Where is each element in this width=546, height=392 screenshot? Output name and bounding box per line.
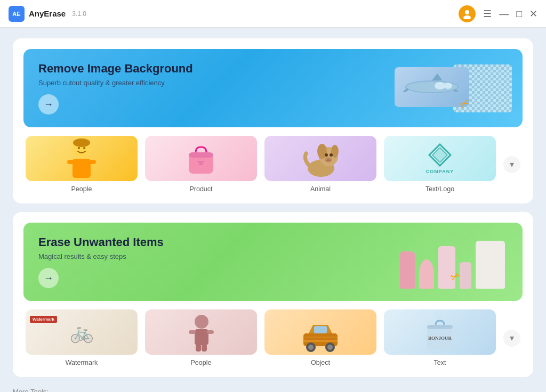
svg-rect-38: [196, 344, 201, 352]
animal-label: Animal: [310, 185, 331, 193]
svg-point-22: [317, 144, 327, 159]
erase-arrow-button[interactable]: →: [38, 268, 59, 288]
svg-rect-36: [189, 330, 196, 334]
erase-banner: Erase Unwanted Items Magical results & e…: [23, 223, 523, 301]
remove-bg-arrow-button[interactable]: →: [38, 94, 59, 115]
category-item-erase-people[interactable]: People: [145, 309, 257, 366]
svg-point-19: [199, 161, 203, 165]
window-controls: ☰ — □ ✕: [459, 5, 537, 22]
menu-button[interactable]: ☰: [483, 9, 492, 19]
svg-point-0: [465, 10, 469, 14]
watermark-overlay-label: Watermark: [30, 316, 57, 323]
category-item-object[interactable]: Object: [264, 309, 376, 366]
app-name: AnyErase: [29, 9, 66, 18]
svg-point-14: [83, 147, 85, 149]
watermark-label: Watermark: [66, 359, 98, 366]
textlogo-label: Text/Logo: [425, 185, 454, 193]
app-version: 3.1.0: [72, 10, 86, 18]
people-thumbnail: [26, 136, 138, 181]
svg-rect-39: [202, 344, 207, 352]
minimize-button[interactable]: —: [499, 9, 509, 19]
svg-text:BONJOUR: BONJOUR: [428, 336, 452, 341]
textlogo-thumbnail: COMPANY: [384, 136, 496, 181]
svg-point-8: [444, 83, 452, 89]
remove-bg-banner-image: ✂: [395, 62, 512, 115]
erase-expand-button[interactable]: ▾: [503, 330, 520, 347]
app-logo: AE AnyErase 3.1.0: [9, 6, 86, 22]
svg-point-27: [326, 159, 331, 161]
svg-rect-49: [427, 325, 453, 329]
logo-icon: AE: [9, 6, 25, 22]
category-item-product[interactable]: Product: [145, 136, 257, 193]
svg-rect-46: [303, 340, 338, 342]
svg-rect-10: [73, 159, 91, 178]
user-avatar[interactable]: [459, 5, 476, 22]
erase-people-thumbnail: [145, 309, 257, 355]
titlebar: AE AnyErase 3.1.0 ☰ — □ ✕: [0, 0, 546, 28]
object-label: Object: [311, 359, 330, 366]
close-button[interactable]: ✕: [529, 9, 537, 19]
erase-people-label: People: [191, 359, 212, 366]
object-thumbnail: [264, 309, 376, 355]
category-item-watermark[interactable]: 🚲 Watermark Watermark: [26, 309, 138, 366]
svg-rect-47: [303, 337, 338, 338]
svg-point-1: [463, 15, 471, 19]
remove-bg-categories: People Product: [23, 136, 523, 193]
erase-text-label: Text: [434, 359, 446, 366]
svg-point-43: [308, 345, 314, 350]
erase-card: Erase Unwanted Items Magical results & e…: [13, 212, 533, 377]
main-content: Remove Image Background Superb cutout qu…: [0, 28, 546, 392]
svg-rect-51: [427, 326, 453, 326]
remove-bg-expand-button[interactable]: ▾: [503, 156, 520, 173]
people-label: People: [71, 185, 92, 193]
more-tools-label: More Tools:: [13, 388, 533, 392]
svg-rect-37: [207, 330, 214, 334]
erase-text-thumbnail: BONJOUR: [384, 309, 496, 355]
svg-marker-4: [432, 74, 443, 80]
animal-thumbnail: [264, 136, 376, 181]
category-item-textlogo[interactable]: COMPANY Text/Logo: [384, 136, 496, 193]
svg-rect-35: [195, 329, 208, 345]
product-label: Product: [189, 185, 212, 193]
category-item-animal[interactable]: Animal: [264, 136, 376, 193]
watermark-thumbnail: 🚲 Watermark: [26, 309, 138, 355]
erase-banner-image: ✂: [395, 235, 512, 289]
svg-point-15: [73, 138, 90, 147]
svg-rect-11: [67, 160, 75, 164]
svg-point-24: [325, 153, 328, 157]
product-thumbnail: [145, 136, 257, 181]
maximize-button[interactable]: □: [516, 9, 522, 19]
remove-bg-banner: Remove Image Background Superb cutout qu…: [23, 49, 523, 127]
more-tools-section: More Tools: AE Add Watermark to Image/Vi…: [13, 388, 533, 392]
category-item-erase-text[interactable]: BONJOUR Text: [384, 309, 496, 366]
svg-point-45: [327, 345, 333, 350]
svg-rect-41: [314, 326, 327, 333]
remove-bg-card: Remove Image Background Superb cutout qu…: [13, 38, 533, 203]
svg-point-34: [195, 315, 208, 329]
company-logo-display: COMPANY: [426, 143, 454, 174]
svg-rect-12: [89, 160, 96, 164]
svg-point-25: [330, 153, 333, 157]
category-item-people[interactable]: People: [26, 136, 138, 193]
erase-categories: 🚲 Watermark Watermark: [23, 309, 523, 366]
svg-rect-17: [189, 152, 213, 158]
svg-point-13: [78, 147, 80, 149]
